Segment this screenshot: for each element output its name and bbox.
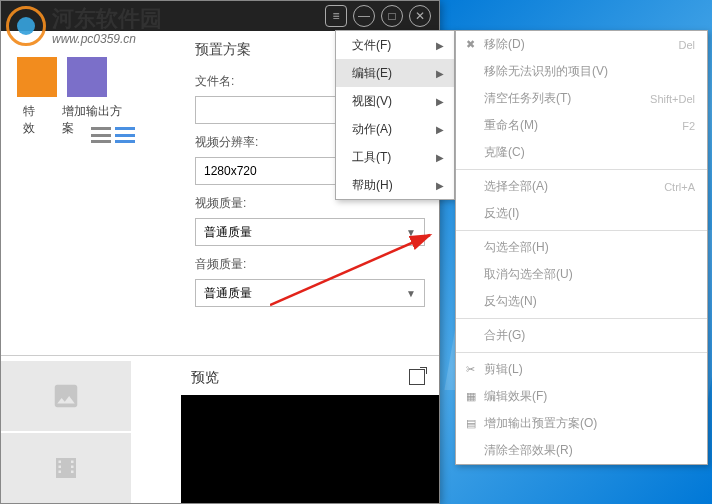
menu-separator <box>456 352 707 353</box>
submenu-item[interactable]: 重命名(M)F2 <box>456 112 707 139</box>
preview-label: 预览 <box>191 369 219 387</box>
submenu-item-icon: ✂ <box>466 363 484 376</box>
submenu-item[interactable]: 取消勾选全部(U) <box>456 261 707 288</box>
menu-item[interactable]: 动作(A)▶ <box>336 115 454 143</box>
menu-separator <box>456 169 707 170</box>
submenu-item-shortcut: F2 <box>682 120 695 132</box>
video-quality-select[interactable]: 普通质量 ▼ <box>195 218 425 246</box>
menu-item-label: 帮助(H) <box>352 177 393 194</box>
effects-icon[interactable] <box>17 57 57 97</box>
submenu-item-label: 移除无法识别的项目(V) <box>484 63 695 80</box>
resolution-value: 1280x720 <box>204 164 257 178</box>
submenu-item-shortcut: Ctrl+A <box>664 181 695 193</box>
submenu-item-label: 选择全部(A) <box>484 178 664 195</box>
preview-box <box>181 395 439 503</box>
submenu-item[interactable]: ✖移除(D)Del <box>456 31 707 58</box>
submenu-item-label: 取消勾选全部(U) <box>484 266 695 283</box>
submenu-item[interactable]: 选择全部(A)Ctrl+A <box>456 173 707 200</box>
submenu-item[interactable]: 清空任务列表(T)Shift+Del <box>456 85 707 112</box>
menu-separator <box>456 318 707 319</box>
menu-separator <box>456 230 707 231</box>
submenu-item[interactable]: ▤增加输出预置方案(O) <box>456 410 707 437</box>
grid-view-icon[interactable] <box>115 127 135 143</box>
submenu-item-icon: ▦ <box>466 390 484 403</box>
titlebar: ≡ — □ ✕ <box>1 1 439 31</box>
submenu-item[interactable]: 合并(G) <box>456 322 707 349</box>
submenu-item[interactable]: 克隆(C) <box>456 139 707 166</box>
menu-item[interactable]: 工具(T)▶ <box>336 143 454 171</box>
submenu-item-label: 合并(G) <box>484 327 695 344</box>
submenu-item[interactable]: 反选(I) <box>456 200 707 227</box>
audio-quality-value: 普通质量 <box>204 285 252 302</box>
menu-item[interactable]: 文件(F)▶ <box>336 31 454 59</box>
submenu-arrow-icon: ▶ <box>436 180 444 191</box>
menu-item[interactable]: 编辑(E)▶ <box>336 59 454 87</box>
submenu-arrow-icon: ▶ <box>436 68 444 79</box>
divider <box>1 355 439 356</box>
submenu-item[interactable]: ✂剪辑(L) <box>456 356 707 383</box>
effects-tab-label[interactable]: 特效 <box>23 103 44 137</box>
submenu-item-label: 清空任务列表(T) <box>484 90 650 107</box>
submenu-item-label: 重命名(M) <box>484 117 682 134</box>
menu-item-label: 视图(V) <box>352 93 392 110</box>
submenu-item-label: 反勾选(N) <box>484 293 695 310</box>
menu-item-label: 工具(T) <box>352 149 391 166</box>
thumbnail-placeholder <box>1 361 131 431</box>
submenu-item-shortcut: Shift+Del <box>650 93 695 105</box>
submenu-item-icon: ✖ <box>466 38 484 51</box>
audio-quality-label: 音频质量: <box>195 256 425 273</box>
minimize-button[interactable]: — <box>353 5 375 27</box>
submenu-arrow-icon: ▶ <box>436 152 444 163</box>
submenu-item-label: 克隆(C) <box>484 144 695 161</box>
submenu-item[interactable]: 移除无法识别的项目(V) <box>456 58 707 85</box>
submenu-item[interactable]: 清除全部效果(R) <box>456 437 707 464</box>
submenu-item-label: 剪辑(L) <box>484 361 695 378</box>
submenu-item-shortcut: Del <box>678 39 695 51</box>
video-quality-value: 普通质量 <box>204 224 252 241</box>
menu-item[interactable]: 视图(V)▶ <box>336 87 454 115</box>
main-menu: 文件(F)▶编辑(E)▶视图(V)▶动作(A)▶工具(T)▶帮助(H)▶ <box>335 30 455 200</box>
submenu-item-label: 勾选全部(H) <box>484 239 695 256</box>
submenu-item-label: 移除(D) <box>484 36 678 53</box>
edit-submenu: ✖移除(D)Del移除无法识别的项目(V)清空任务列表(T)Shift+Del重… <box>455 30 708 465</box>
submenu-arrow-icon: ▶ <box>436 40 444 51</box>
close-button[interactable]: ✕ <box>409 5 431 27</box>
menu-item-label: 动作(A) <box>352 121 392 138</box>
chevron-down-icon: ▼ <box>406 288 416 299</box>
menu-button[interactable]: ≡ <box>325 5 347 27</box>
submenu-item-icon: ▤ <box>466 417 484 430</box>
submenu-item[interactable]: 反勾选(N) <box>456 288 707 315</box>
submenu-arrow-icon: ▶ <box>436 96 444 107</box>
submenu-item[interactable]: ▦编辑效果(F) <box>456 383 707 410</box>
submenu-item-label: 清除全部效果(R) <box>484 442 695 459</box>
submenu-item-label: 编辑效果(F) <box>484 388 695 405</box>
submenu-item-label: 反选(I) <box>484 205 695 222</box>
maximize-button[interactable]: □ <box>381 5 403 27</box>
thumbnail-placeholder <box>1 433 131 503</box>
chevron-down-icon: ▼ <box>406 227 416 238</box>
submenu-item[interactable]: 勾选全部(H) <box>456 234 707 261</box>
menu-item-label: 文件(F) <box>352 37 391 54</box>
submenu-arrow-icon: ▶ <box>436 124 444 135</box>
submenu-item-label: 增加输出预置方案(O) <box>484 415 695 432</box>
add-output-icon[interactable] <box>67 57 107 97</box>
thumbnail-list <box>1 361 133 504</box>
list-view-icon[interactable] <box>91 127 111 143</box>
menu-item[interactable]: 帮助(H)▶ <box>336 171 454 199</box>
view-mode-toggle <box>91 127 135 143</box>
audio-quality-select[interactable]: 普通质量 ▼ <box>195 279 425 307</box>
menu-item-label: 编辑(E) <box>352 65 392 82</box>
expand-icon[interactable] <box>409 369 425 385</box>
